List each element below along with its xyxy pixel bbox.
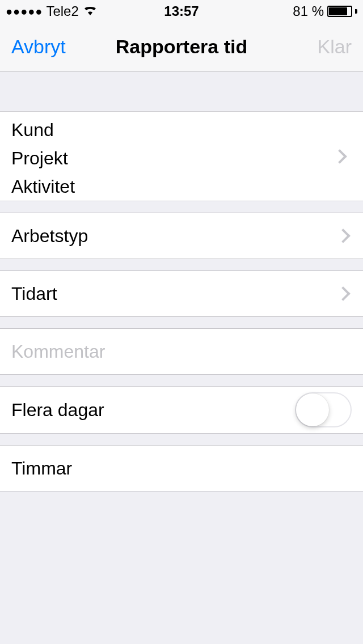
arbetstyp-row[interactable]: Arbetstyp xyxy=(0,213,363,259)
timmar-label: Timmar xyxy=(11,458,352,479)
battery-icon xyxy=(327,6,352,17)
section-spacer xyxy=(0,71,363,111)
tidart-row[interactable]: Tidart xyxy=(0,271,363,316)
done-button[interactable]: Klar xyxy=(318,36,352,58)
aktivitet-row[interactable]: Aktivitet xyxy=(0,172,363,201)
signal-strength-icon: ●●●●● xyxy=(6,5,43,18)
kommentar-placeholder: Kommentar xyxy=(11,341,352,362)
timmar-row[interactable]: Timmar xyxy=(0,446,363,491)
chevron-right-icon xyxy=(336,228,350,243)
section-spacer xyxy=(0,201,363,213)
projekt-label: Projekt xyxy=(11,148,352,169)
projekt-row[interactable]: Projekt xyxy=(0,144,363,172)
flera-dagar-label: Flera dagar xyxy=(11,400,295,421)
section-spacer xyxy=(0,375,363,386)
arbetstyp-label: Arbetstyp xyxy=(11,226,338,247)
section-spacer xyxy=(0,259,363,270)
aktivitet-label: Aktivitet xyxy=(11,176,352,197)
kommentar-input[interactable]: Kommentar xyxy=(0,329,363,374)
cancel-button[interactable]: Avbryt xyxy=(11,36,66,58)
status-right: 81 % xyxy=(293,3,357,19)
kund-row[interactable]: Kund xyxy=(0,112,363,144)
project-group: Kund Projekt Aktivitet xyxy=(0,111,363,201)
carrier-label: Tele2 xyxy=(46,3,78,19)
chevron-right-icon xyxy=(336,286,350,300)
tidart-label: Tidart xyxy=(11,283,338,304)
section-spacer xyxy=(0,434,363,445)
flera-dagar-row: Flera dagar xyxy=(0,387,363,433)
timmar-group: Timmar xyxy=(0,445,363,492)
battery-percent: 81 % xyxy=(293,3,324,19)
flera-dagar-toggle[interactable] xyxy=(295,392,352,427)
nav-bar: Avbryt Rapportera tid Klar xyxy=(0,23,363,71)
status-left: ●●●●● Tele2 xyxy=(6,3,98,19)
kund-label: Kund xyxy=(11,120,352,141)
toggle-knob xyxy=(296,393,329,426)
kommentar-group: Kommentar xyxy=(0,328,363,375)
section-spacer xyxy=(0,317,363,328)
flera-dagar-group: Flera dagar xyxy=(0,386,363,434)
wifi-icon xyxy=(82,4,98,19)
tidart-group: Tidart xyxy=(0,270,363,317)
status-bar: ●●●●● Tele2 13:57 81 % xyxy=(0,0,363,23)
arbetstyp-group: Arbetstyp xyxy=(0,213,363,259)
